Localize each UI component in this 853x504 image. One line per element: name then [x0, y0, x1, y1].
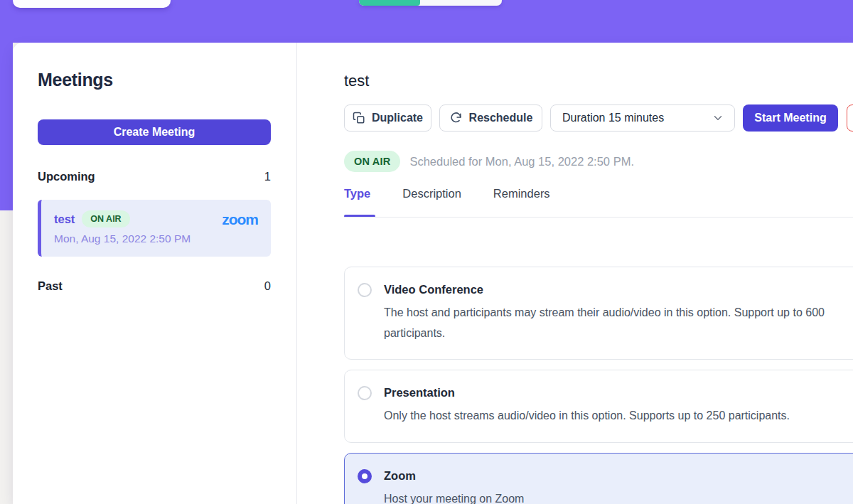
tabs-divider [344, 217, 853, 218]
duration-select[interactable]: Duration 15 minutes [550, 104, 735, 132]
sidebar-title: Meetings [38, 70, 113, 90]
on-air-badge: ON AIR [82, 210, 129, 227]
duplicate-label: Duplicate [372, 112, 423, 124]
reschedule-button[interactable]: Reschedule [439, 104, 542, 132]
option-description: Only the host streams audio/video in thi… [384, 406, 790, 427]
meeting-title: test [344, 72, 369, 90]
option-content: Video Conference The host and participan… [384, 282, 853, 343]
option-content: Zoom Host your meeting on Zoom [384, 468, 524, 504]
create-meeting-button[interactable]: Create Meeting [38, 119, 271, 145]
status-row: ON AIR Scheduled for Mon, Aug 15, 2022 2… [344, 151, 634, 172]
option-title: Presentation [384, 385, 790, 400]
refresh-icon [449, 112, 463, 125]
tab-reminders[interactable]: Reminders [493, 187, 550, 200]
scheduled-text: Scheduled for Mon, Aug 15, 2022 2:50 PM. [409, 155, 634, 168]
option-title: Zoom [384, 468, 524, 483]
copy-icon [353, 112, 365, 124]
past-label: Past [38, 279, 63, 293]
option-zoom[interactable]: Zoom Host your meeting on Zoom [344, 453, 853, 504]
reschedule-label: Reschedule [469, 112, 533, 124]
start-meeting-button[interactable]: Start Meeting [743, 104, 838, 132]
past-section-header: Past 0 [38, 279, 271, 293]
option-title: Video Conference [384, 282, 853, 296]
upcoming-label: Upcoming [38, 170, 95, 183]
radio-zoom[interactable] [358, 469, 372, 483]
top-progress-bar [359, 0, 502, 6]
on-air-status-badge: ON AIR [344, 151, 400, 172]
radio-video-conference[interactable] [358, 283, 372, 297]
meeting-name: test [54, 213, 75, 226]
meetings-sidebar: Meetings Create Meeting Upcoming 1 test … [13, 43, 297, 504]
header-left-band [0, 43, 13, 210]
top-toast-remnant [13, 0, 171, 8]
past-count: 0 [264, 279, 271, 293]
option-content: Presentation Only the host streams audio… [384, 385, 790, 427]
meeting-item-header: test ON AIR zoom [54, 210, 258, 227]
option-video-conference[interactable]: Video Conference The host and participan… [344, 267, 853, 360]
duplicate-button[interactable]: Duplicate [344, 104, 431, 132]
tab-bar: Type Description Reminders [344, 187, 550, 200]
option-presentation[interactable]: Presentation Only the host streams audio… [344, 370, 853, 443]
tab-description[interactable]: Description [402, 187, 461, 200]
meeting-datetime: Mon, Aug 15, 2022 2:50 PM [54, 232, 258, 245]
toolbar: Duplicate Reschedule Duration 15 minutes… [344, 104, 853, 132]
upcoming-count: 1 [264, 170, 271, 183]
app-card: Meetings Create Meeting Upcoming 1 test … [13, 43, 853, 504]
tab-type[interactable]: Type [344, 187, 370, 200]
option-description: Host your meeting on Zoom [384, 489, 524, 504]
duration-selected-value: Duration 15 minutes [562, 112, 664, 124]
chevron-down-icon [712, 112, 724, 124]
option-description: The host and participants may stream the… [384, 303, 853, 343]
meeting-type-options: Video Conference The host and participan… [344, 267, 853, 504]
zoom-logo: zoom [222, 212, 258, 227]
meeting-list-item[interactable]: test ON AIR zoom Mon, Aug 15, 2022 2:50 … [38, 200, 271, 257]
radio-presentation[interactable] [358, 386, 372, 400]
delete-meeting-button[interactable] [847, 104, 853, 132]
upcoming-section-header: Upcoming 1 [38, 170, 271, 183]
top-progress-fill [359, 0, 420, 6]
